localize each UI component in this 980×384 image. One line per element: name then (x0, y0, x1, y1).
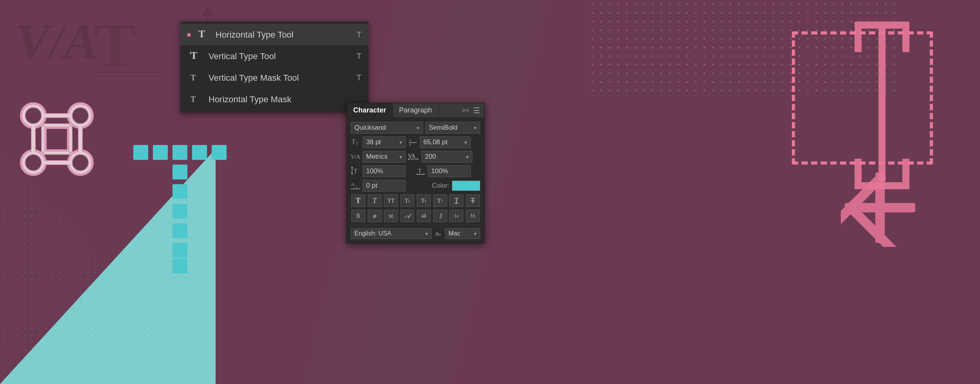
character-panel: Character Paragraph >> ☰ Quicksand ▾ Sem… (347, 103, 485, 243)
svg-text:A: A (351, 181, 355, 187)
svg-marker-70 (351, 173, 353, 175)
type-btn-strikethrough[interactable]: T (466, 194, 480, 207)
font-style-chevron: ▾ (474, 125, 477, 131)
panel-menu-icon[interactable]: ☰ (473, 106, 480, 115)
vertical-scale-icon: T (351, 166, 360, 177)
font-family-select[interactable]: Quicksand ▾ (351, 122, 423, 134)
baseline-shift-input[interactable]: 0 pt (363, 180, 406, 192)
menu-item-vertical-mask[interactable]: T Vertical Type Mask Tool T (180, 67, 368, 89)
menu-item-horizontal-mask-label: Horizontal Type Mask (209, 94, 339, 105)
language-select[interactable]: English: USA ▾ (351, 228, 432, 239)
tracking-select[interactable]: 200 ▾ (421, 151, 472, 163)
svg-rect-42 (855, 29, 862, 52)
panel-body: Quicksand ▾ SemiBold ▾ TT 38 pt ▾ AA 65,… (347, 118, 484, 243)
active-indicator (187, 33, 191, 36)
svg-rect-41 (855, 22, 909, 29)
type-btn-ligature[interactable]: fi (351, 210, 365, 222)
svg-point-19 (71, 106, 90, 125)
leading-icon: AA (408, 137, 417, 148)
font-size-select[interactable]: 38 pt ▾ (363, 136, 406, 148)
type-btn-superscript-ordinal[interactable]: 1st (449, 210, 463, 222)
menu-item-vertical-type-shortcut: T (357, 52, 361, 61)
vertical-scale-input[interactable]: 100% (363, 165, 406, 177)
menu-item-horizontal-type-label: Horizontal Type Tool (216, 30, 334, 40)
type-btn-fractions[interactable]: ½ (466, 210, 480, 222)
type-btn-regular[interactable]: T (351, 194, 365, 207)
color-swatch[interactable] (452, 181, 480, 191)
tracking-chevron: ▾ (466, 154, 469, 160)
svg-rect-36 (172, 184, 187, 199)
svg-rect-44 (878, 29, 886, 181)
type-btn-underline[interactable]: T (449, 194, 463, 207)
language-chevron: ▾ (425, 231, 428, 237)
menu-item-horizontal-type[interactable]: T Horizontal Type Tool T (180, 24, 368, 45)
svg-text:A: A (409, 138, 412, 142)
svg-text:T: T (94, 11, 136, 80)
svg-text:A: A (409, 143, 412, 146)
language-row: English: USA ▾ aₐ Mac ▾ (351, 225, 480, 239)
type-btn-smallcaps[interactable]: Tₜ (400, 194, 414, 207)
font-family-chevron: ▾ (417, 125, 419, 131)
svg-text:VA: VA (408, 153, 416, 159)
svg-marker-69 (351, 167, 353, 168)
kerning-chevron: ▾ (399, 154, 402, 160)
tab-paragraph[interactable]: Paragraph (393, 103, 439, 118)
svg-rect-31 (153, 145, 168, 160)
tab-character[interactable]: Character (347, 103, 393, 118)
text-cursor-icon (823, 22, 941, 190)
type-btn-allcaps[interactable]: TT (384, 194, 398, 207)
svg-rect-34 (212, 145, 227, 160)
svg-text:T: T (198, 28, 205, 40)
double-chevron-icon: >> (462, 107, 469, 114)
svg-text:T: T (356, 141, 358, 146)
leading-select[interactable]: 65,08 pt ▾ (420, 136, 471, 148)
svg-rect-32 (172, 145, 187, 160)
font-family-row: Quicksand ▾ SemiBold ▾ (351, 122, 480, 134)
horizontal-scale-icon: T (416, 166, 425, 177)
svg-rect-35 (172, 165, 187, 179)
svg-marker-74 (423, 173, 425, 175)
kerning-select[interactable]: Metrics ▾ (363, 151, 406, 163)
type-btn-ordinal[interactable]: ø (368, 210, 382, 222)
menu-item-vertical-mask-shortcut: T (357, 73, 361, 82)
baseline-color-row: A a 0 pt Color: (351, 180, 480, 192)
menu-item-horizontal-mask[interactable]: T Horizontal Type Mask (180, 89, 368, 110)
anti-alias-select[interactable]: Mac ▾ (445, 228, 480, 239)
svg-marker-73 (416, 173, 418, 175)
svg-text:T: T (191, 94, 196, 104)
type-buttons-row2: fi ø st 𝒜 aā 𝕀 1st ½ (351, 210, 480, 222)
type-btn-subscript[interactable]: T1 (433, 194, 447, 207)
panel-more-options[interactable]: >> ☰ (458, 106, 484, 115)
horizontal-mask-icon: T (187, 92, 201, 107)
font-size-icon: TT (351, 137, 360, 148)
type-btn-st-ligature[interactable]: st (384, 210, 398, 222)
svg-rect-30 (133, 145, 148, 160)
type-btn-swash[interactable]: 𝒜 (400, 210, 414, 222)
svg-text:T: T (418, 168, 422, 174)
type-btn-superscript[interactable]: Ts (417, 194, 431, 207)
tool-flyout-menu: T Horizontal Type Tool T T ↓ Vertical Ty… (180, 22, 368, 112)
svg-text:V/A: V/A (351, 154, 360, 160)
menu-item-vertical-mask-label: Vertical Type Mask Tool (209, 73, 334, 83)
svg-rect-39 (172, 243, 187, 258)
svg-marker-4 (202, 6, 214, 16)
svg-text:T: T (352, 138, 356, 145)
tracking-icon: VA (408, 152, 419, 162)
svg-text:T: T (191, 72, 196, 82)
asterisk-icon (841, 168, 919, 247)
kerning-tracking-row: V/A Metrics ▾ VA 200 ▾ (351, 151, 480, 163)
menu-item-vertical-type[interactable]: T ↓ Vertical Type Tool T (180, 45, 368, 67)
svg-point-18 (24, 106, 43, 125)
type-btn-disc-ligature[interactable]: aā (417, 210, 431, 222)
horizontal-scale-input[interactable]: 100% (428, 165, 471, 177)
vertical-mask-icon: T (187, 70, 201, 85)
svg-rect-43 (902, 29, 909, 52)
anti-alias-chevron: ▾ (474, 231, 477, 237)
svg-text:T: T (354, 168, 358, 174)
kerning-icon: V/A (351, 152, 360, 162)
type-btn-alternates[interactable]: 𝕀 (433, 210, 447, 222)
svg-rect-37 (172, 204, 187, 219)
font-style-select[interactable]: SemiBold ▾ (425, 122, 480, 134)
type-btn-italic[interactable]: T (368, 194, 382, 207)
type-buttons-row1: T T TT Tₜ Ts T1 T T (351, 194, 480, 207)
